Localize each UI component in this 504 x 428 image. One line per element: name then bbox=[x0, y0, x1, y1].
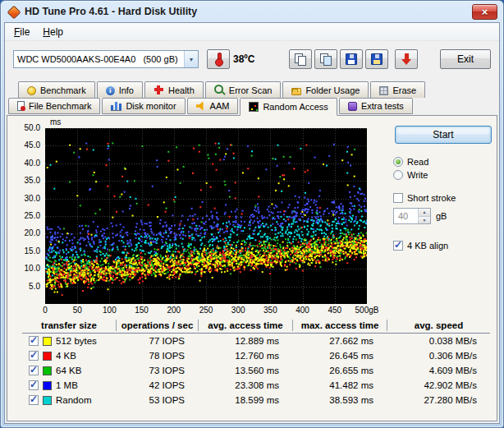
max-access-cell: 27.662 ms bbox=[292, 336, 387, 346]
menu-help[interactable]: Help bbox=[36, 24, 70, 40]
avg-speed-cell: 0.038 MB/s bbox=[387, 336, 490, 346]
row-checkbox[interactable] bbox=[29, 366, 39, 375]
tab-aam[interactable]: AAM bbox=[187, 98, 239, 114]
short-stroke-label: Short stroke bbox=[407, 193, 456, 203]
tab-extra-tests[interactable]: Extra tests bbox=[339, 98, 413, 114]
tab-erase[interactable]: Erase bbox=[370, 81, 425, 98]
tab-label: AAM bbox=[210, 101, 230, 111]
tab-error-scan[interactable]: Error Scan bbox=[205, 81, 282, 98]
ops-cell: 53 IOPS bbox=[116, 395, 198, 405]
tab-label: Benchmark bbox=[40, 85, 86, 95]
y-tick-label: 45.0 bbox=[25, 140, 40, 150]
y-axis-unit-label: ms bbox=[50, 117, 61, 127]
ops-cell: 42 IOPS bbox=[116, 380, 198, 390]
app-icon bbox=[7, 6, 20, 18]
ops-cell: 77 IOPS bbox=[116, 336, 198, 346]
row-checkbox[interactable] bbox=[29, 395, 39, 405]
tab-file-benchmark[interactable]: File Benchmark bbox=[8, 98, 100, 114]
row-checkbox[interactable] bbox=[29, 380, 39, 390]
drive-select[interactable]: WDC WD5000AAKS-00E4A0 (500 gB) bbox=[13, 50, 199, 68]
exit-button[interactable]: Exit bbox=[440, 49, 491, 69]
save-text-button[interactable] bbox=[340, 49, 363, 69]
x-tick-label: 350 bbox=[263, 306, 277, 315]
kb-align-label: 4 KB align bbox=[407, 241, 448, 251]
capture-button[interactable] bbox=[395, 49, 418, 69]
read-label: Read bbox=[407, 157, 428, 167]
tab-benchmark[interactable]: Benchmark bbox=[18, 81, 95, 98]
table-row: 512 bytes77 IOPS12.889 ms27.662 ms0.038 … bbox=[22, 334, 490, 348]
x-tick-label: 50 bbox=[73, 306, 82, 315]
tab-label: Health bbox=[168, 85, 195, 95]
erase-icon bbox=[379, 86, 388, 95]
series-color-swatch bbox=[43, 381, 52, 390]
short-stroke-size-input[interactable]: 40 bbox=[393, 208, 431, 224]
temperature-value: 38ºC bbox=[233, 53, 254, 65]
copy-image-button[interactable] bbox=[314, 49, 337, 69]
ops-cell: 78 IOPS bbox=[116, 351, 198, 361]
close-button[interactable]: × bbox=[472, 4, 497, 20]
client-area: File Help WDC WD5000AAKS-00E4A0 (500 gB)… bbox=[4, 22, 500, 424]
access-time-chart: ms 50.045.040.035.030.025.020.015.010.05… bbox=[14, 117, 367, 316]
x-tick-label: 100 bbox=[103, 306, 117, 315]
series-color-swatch bbox=[43, 396, 52, 405]
tab-info[interactable]: Info bbox=[97, 81, 143, 98]
thermometer-icon bbox=[215, 53, 222, 67]
tab-disk-monitor[interactable]: Disk monitor bbox=[102, 98, 185, 114]
copy-image-icon bbox=[320, 53, 332, 66]
x-tick-label: 150 bbox=[135, 306, 149, 315]
short-stroke-size-row: 40 gB bbox=[393, 208, 498, 224]
health-cross-icon bbox=[153, 85, 164, 95]
copy-text-icon bbox=[295, 53, 307, 66]
tab-random-access[interactable]: Random Access bbox=[240, 98, 337, 116]
max-access-cell: 41.482 ms bbox=[292, 380, 387, 390]
kb-align-checkbox[interactable]: 4 KB align bbox=[393, 241, 498, 251]
menu-file[interactable]: File bbox=[7, 24, 36, 40]
toolbar: WDC WD5000AAKS-00E4A0 (500 gB) 38ºC Exit bbox=[5, 41, 499, 77]
row-checkbox[interactable] bbox=[29, 336, 39, 346]
benchmark-lamp-icon bbox=[27, 86, 36, 95]
transfer-size-label: 4 KB bbox=[56, 351, 76, 361]
copy-text-button[interactable] bbox=[289, 49, 312, 69]
temperature-button[interactable] bbox=[207, 49, 230, 69]
y-tick-label: 40.0 bbox=[25, 159, 40, 168]
column-header: avg. access time bbox=[198, 320, 292, 331]
series-color-swatch bbox=[43, 352, 52, 361]
tab-label: Random Access bbox=[263, 102, 328, 112]
column-header: operations / sec bbox=[116, 320, 198, 331]
down-arrow-icon bbox=[401, 53, 412, 66]
table-row: 1 MB42 IOPS23.308 ms41.482 ms42.902 MB/s bbox=[22, 378, 490, 393]
aam-speaker-icon bbox=[196, 101, 206, 111]
dropdown-arrow-icon[interactable] bbox=[184, 51, 198, 67]
folder-usage-icon bbox=[291, 88, 301, 95]
save-image-button[interactable] bbox=[365, 49, 388, 69]
y-tick-label: 10.0 bbox=[25, 264, 40, 273]
random-access-panel: ms 50.045.040.035.030.025.020.015.010.05… bbox=[7, 115, 497, 421]
transfer-size-label: 64 KB bbox=[56, 366, 81, 375]
tabstrip: BenchmarkInfoHealthError ScanFolder Usag… bbox=[5, 77, 499, 115]
write-radio[interactable]: Write bbox=[393, 170, 498, 180]
avg-access-cell: 12.889 ms bbox=[198, 336, 292, 346]
start-button[interactable]: Start bbox=[395, 126, 492, 144]
tab-label: Erase bbox=[392, 85, 416, 95]
tab-label: File Benchmark bbox=[29, 101, 91, 111]
table-row: 4 KB78 IOPS12.760 ms26.645 ms0.306 MB/s bbox=[22, 348, 490, 363]
hd-tune-window: HD Tune Pro 4.61 - Hard Disk Utility × F… bbox=[0, 0, 504, 428]
spin-down-icon[interactable] bbox=[419, 217, 430, 224]
radio-icon bbox=[393, 170, 403, 180]
tab-health[interactable]: Health bbox=[144, 81, 204, 98]
checkbox-icon bbox=[393, 241, 403, 251]
y-axis-labels: 50.045.040.035.030.025.020.015.010.05.0 bbox=[14, 128, 42, 304]
x-tick-label: 400 bbox=[296, 306, 309, 315]
short-stroke-checkbox[interactable]: Short stroke bbox=[393, 193, 498, 203]
error-scan-magnifier-icon bbox=[214, 85, 225, 95]
y-tick-label: 25.0 bbox=[25, 211, 40, 220]
results-table-body: 512 bytes77 IOPS12.889 ms27.662 ms0.038 … bbox=[22, 334, 490, 407]
column-header: avg. speed bbox=[387, 320, 490, 331]
spin-up-icon[interactable] bbox=[419, 209, 430, 217]
row-checkbox[interactable] bbox=[29, 351, 39, 361]
read-radio[interactable]: Read bbox=[393, 157, 498, 167]
avg-access-cell: 12.760 ms bbox=[198, 351, 292, 361]
tab-label: Disk monitor bbox=[126, 101, 176, 111]
tab-folder-usage[interactable]: Folder Usage bbox=[282, 81, 369, 98]
x-tick-label: 300 bbox=[231, 306, 245, 315]
